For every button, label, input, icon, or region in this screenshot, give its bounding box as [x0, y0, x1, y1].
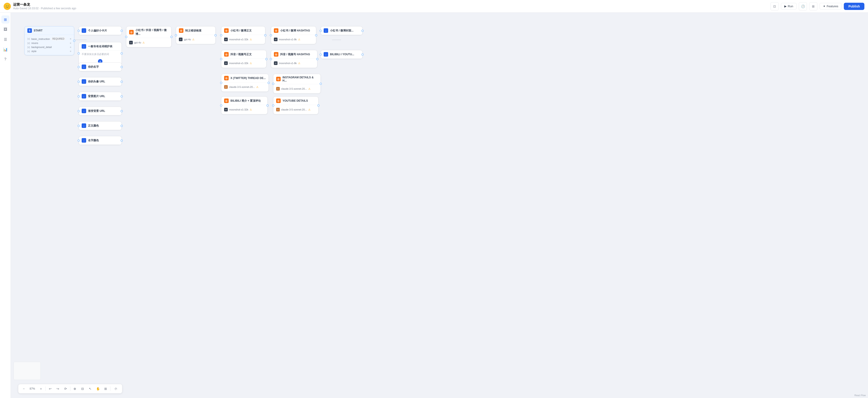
youtube-details-node[interactable]: ◎ YOUTUBE DETAILS A claude-3-5-sonnet-20… — [273, 96, 318, 114]
sidebar-item-report[interactable]: 📊 — [1, 45, 9, 53]
handle-right[interactable] — [362, 30, 364, 32]
start-handle-right[interactable] — [73, 39, 75, 42]
field-background-detail: {x} background_detail ≡ — [27, 45, 71, 49]
handle-right[interactable] — [264, 34, 267, 36]
handle-right[interactable] — [315, 34, 317, 36]
handle-left[interactable] — [319, 30, 322, 32]
handle-left[interactable] — [220, 104, 222, 107]
general-maintenance-node[interactable]: ↓ 一般专有名词维护表 不要添加太多没必要的词 + — [79, 42, 122, 65]
node-body: A claude-3-5-sonnet-20... ⚠ — [273, 105, 318, 114]
avatar-url-node[interactable]: ↓ 你的头像 URL — [79, 77, 122, 86]
handle-left[interactable] — [78, 66, 80, 68]
node-body: M moonshot-v1-32k ⚠ — [221, 105, 267, 114]
handle-right[interactable] — [121, 81, 123, 83]
handle-left[interactable] — [125, 36, 127, 38]
text-color-node[interactable]: ↓ 正文颜色 — [79, 121, 122, 130]
handle-right[interactable] — [121, 110, 123, 112]
layout-icon: ⊡ — [773, 4, 776, 8]
handle-left[interactable] — [220, 34, 222, 36]
twitter-thread-node[interactable]: ◎ X (TWITTER) THREAD DE... A claude-3-5-… — [221, 74, 269, 92]
layout-icon-btn[interactable]: ⊡ — [771, 2, 779, 10]
handle-left[interactable] — [78, 95, 80, 97]
handle-left[interactable] — [220, 58, 222, 60]
features-button[interactable]: ✦ Features — [819, 3, 841, 9]
handle-right[interactable] — [121, 52, 123, 55]
bottom-toolbar: − 87% + ↩ ↪ ⟳ ⊕ ⊟ ↖ ✋ ⊞ 小 — [18, 384, 122, 394]
node-label: INSTAGRAM DETAILS & H... — [282, 76, 318, 82]
model-icon: M — [224, 37, 228, 41]
handle-right[interactable] — [362, 53, 364, 56]
grid-toggle-button[interactable]: ⊞ — [102, 386, 109, 392]
bilibili-intro-node[interactable]: ◎ BILIBILI 简介 + 置顶评论 M moonshot-v1-32k ⚠ — [221, 96, 268, 114]
handle-right[interactable] — [267, 104, 269, 107]
handle-right[interactable] — [121, 66, 123, 68]
history-button[interactable]: ⟳ — [62, 386, 69, 392]
start-node[interactable]: S START {x} basic_instruction REQUIRED ≡… — [24, 26, 74, 55]
handle-right[interactable] — [319, 83, 322, 85]
app-title: 运营一条龙 — [13, 2, 76, 7]
redo-button[interactable]: ↪ — [55, 386, 61, 392]
model-icon: M — [274, 37, 278, 41]
zoom-in-button[interactable]: + — [38, 386, 44, 392]
handle-left[interactable] — [78, 110, 80, 112]
douyin-post-node[interactable]: ◎ 抖音 / 视频号正文 M moonshot-v1-32k ⚠ — [221, 50, 267, 68]
node-label: 渐变背景 URL — [88, 109, 105, 113]
xiaohongshu-post-node[interactable]: ◎ 小红书 / 微博正文 M moonshot-v1-32k ⚠ — [221, 26, 265, 44]
publish-button[interactable]: Publish — [844, 3, 864, 10]
sidebar-item-grid[interactable]: ⊞ — [1, 16, 9, 24]
handle-right[interactable] — [121, 30, 123, 32]
handle-left[interactable] — [270, 34, 272, 36]
handle-left[interactable] — [78, 30, 80, 32]
your-name-node[interactable]: ↓ 你的名字 — [79, 62, 122, 71]
select-button[interactable]: ↖ — [87, 386, 93, 392]
name-color-node[interactable]: ↓ 名字颜色 — [79, 136, 122, 145]
handle-left[interactable] — [78, 125, 80, 127]
sidebar-item-list[interactable]: ☰ — [1, 35, 9, 44]
handle-left[interactable] — [78, 139, 80, 142]
sidebar-item-help[interactable]: ? — [1, 55, 9, 63]
canvas[interactable]: S START {x} basic_instruction REQUIRED ≡… — [11, 13, 868, 398]
error-check-node[interactable]: ◎ 转义错误检查 G gpt-4o ⚠ — [176, 26, 216, 44]
xiaohongshu-main-node[interactable]: ◎ 小红书 / 抖音 / 视频号 / 微博... G gpt-4o ⚠ — [126, 26, 172, 47]
handle-right[interactable] — [121, 139, 123, 142]
clock-icon-btn[interactable]: 🕐 — [799, 2, 807, 10]
node-label: X (TWITTER) THREAD DE... — [230, 77, 266, 80]
list-icon: ☰ — [4, 37, 7, 42]
bilibili-youtube-node[interactable]: ↓ BILIBILI / YOUTU... — [321, 50, 363, 59]
handle-right[interactable] — [265, 58, 268, 60]
handle-right[interactable] — [214, 34, 217, 36]
template-button[interactable]: ⊟ — [80, 386, 86, 392]
handle-left[interactable] — [220, 82, 222, 84]
handle-right[interactable] — [268, 82, 270, 84]
hand-button[interactable]: ✋ — [95, 386, 101, 392]
douyin-hashtag-node[interactable]: ◎ 抖音 / 视频号 HASHTAG M moonshot-v1-8k ⚠ — [271, 50, 317, 68]
handle-left[interactable] — [78, 52, 80, 55]
handle-left[interactable] — [270, 58, 272, 60]
add-node-button[interactable]: ⊕ — [72, 386, 78, 392]
handle-left[interactable] — [319, 53, 322, 56]
topbar: 😊 运营一条龙 Auto-Saved 16:33:02 · Published … — [0, 0, 868, 13]
model-icon: M — [224, 61, 228, 65]
sidebar-item-image[interactable]: 🖼 — [1, 25, 9, 33]
handle-left[interactable] — [78, 81, 80, 83]
zoom-out-button[interactable]: − — [21, 386, 27, 392]
handle-right[interactable] — [121, 95, 123, 97]
handle-right[interactable] — [316, 58, 318, 60]
gradient-url-node[interactable]: ↓ 渐变背景 URL — [79, 107, 122, 115]
grid-icon-btn[interactable]: ⊞ — [809, 2, 817, 10]
handle-left[interactable] — [272, 104, 274, 107]
run-button[interactable]: ▶ Run — [781, 3, 797, 9]
bg-image-url-node[interactable]: ↓ 背景图片 URL — [79, 92, 122, 101]
xiaohongshu-cover-node[interactable]: ↓ 小红书 / 微博封面... — [321, 26, 363, 35]
instagram-details-node[interactable]: ◎ INSTAGRAM DETAILS & H... A claude-3-5-… — [273, 74, 321, 93]
handle-left[interactable] — [175, 34, 177, 36]
handle-right[interactable] — [317, 104, 319, 107]
undo-button[interactable]: ↩ — [47, 386, 53, 392]
handle-left[interactable] — [272, 83, 274, 85]
handle-right[interactable] — [170, 36, 173, 38]
handle-right[interactable] — [121, 125, 123, 127]
xiaohongshu-hashtag-node[interactable]: ◎ 小红书 / 微博 HASHTAG M moonshot-v1-8k ⚠ — [271, 26, 316, 44]
personal-card-node[interactable]: ↓ 个人偏好小卡片 — [79, 26, 122, 35]
node-label: 名字颜色 — [88, 139, 99, 142]
node-icon: ↓ — [82, 44, 86, 49]
